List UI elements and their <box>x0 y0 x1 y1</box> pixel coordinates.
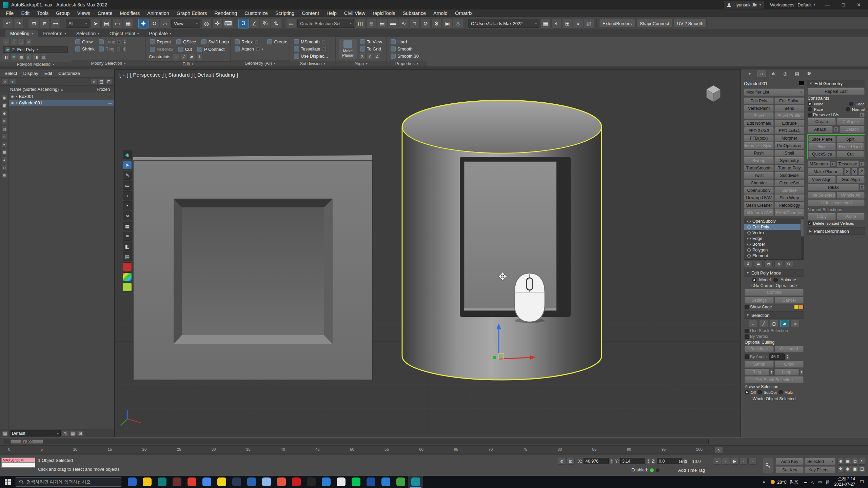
swift-loop-button[interactable]: Swift Loop <box>200 39 230 45</box>
ring-button[interactable]: Ring▲▼ <box>98 46 128 52</box>
ribbon-tab[interactable]: Selection▾ <box>72 30 104 37</box>
ribbon-group-footer[interactable]: Subdivision▾ <box>290 61 335 66</box>
rendered-frame-window-icon[interactable]: ▣ <box>442 19 452 28</box>
modifier-button[interactable]: FFD(box) <box>744 135 774 142</box>
p-connect-button[interactable]: P Connect <box>196 46 225 53</box>
detach-button[interactable]: Detach <box>840 126 865 133</box>
modifier-stack-item[interactable]: Vertex <box>744 230 801 236</box>
modifier-stack-item[interactable]: Polygon <box>744 247 801 253</box>
menu-item[interactable]: Modifiers <box>116 9 144 17</box>
grow-button[interactable]: Grow <box>74 39 96 45</box>
preview-subdiv-icon[interactable]: ◨ <box>33 54 39 60</box>
named-selection-set-field[interactable]: Create Selection Set▾ <box>297 19 354 28</box>
select-and-link-icon[interactable]: ⧉ <box>29 19 39 28</box>
planar-z-button[interactable]: Z <box>859 168 865 175</box>
project-folder-dropdown[interactable]: C:\Users\UI...ds Max 2022▾ <box>468 19 539 28</box>
close-button[interactable]: ✕ <box>852 0 865 9</box>
menu-item[interactable]: Rendering <box>211 9 241 17</box>
playback-button[interactable]: ▶ <box>731 458 739 465</box>
commit-button[interactable]: Commit <box>745 289 804 296</box>
occluded-button[interactable]: Occluded <box>775 346 804 352</box>
ring-selection-button[interactable]: Ring <box>745 369 769 375</box>
menu-item[interactable]: Substance <box>399 9 430 17</box>
quickslice-button[interactable]: QuickSlice <box>808 151 836 158</box>
cage-selected-color-swatch[interactable] <box>799 305 804 309</box>
modifier-stack-item[interactable]: Element <box>744 253 801 259</box>
create-geometry-button[interactable]: Create <box>808 118 836 125</box>
y-coordinate-field[interactable]: 3.14 <box>620 458 645 464</box>
named-selection-sets-icon[interactable]: ≔ <box>286 19 296 28</box>
select-and-scale-icon[interactable]: ▱ <box>160 19 170 28</box>
object-color-swatch[interactable] <box>799 81 804 86</box>
unlink-selection-icon[interactable]: ⧈ <box>40 19 50 28</box>
align-x-button[interactable]: X <box>359 53 366 59</box>
reference-coordinate-dropdown[interactable]: View▾ <box>171 19 200 28</box>
active-layer-dropdown[interactable]: Default▾ <box>10 430 61 436</box>
ribbon-group-footer[interactable]: Align▾ <box>336 61 386 66</box>
motion-tab-icon[interactable]: ◎ <box>781 70 790 77</box>
ribbon-tab[interactable]: Object Paint▾ <box>105 30 144 37</box>
taskbar-clock[interactable]: 오전 2:14 2021-07-27 <box>834 476 855 487</box>
ime-korean-icon[interactable]: 한 <box>824 479 831 485</box>
modifier-button[interactable]: Turn to Poly <box>774 165 804 171</box>
x-coordinate-field[interactable]: 46.976 <box>584 458 609 464</box>
modifier-visibility-icon[interactable] <box>747 220 751 223</box>
menu-item[interactable]: Create <box>94 9 116 17</box>
edit-geometry-header[interactable]: ▼Edit Geometry <box>807 80 865 87</box>
loop-selection-button[interactable]: Loop <box>775 369 799 375</box>
menu-item[interactable]: File <box>2 9 17 17</box>
taskbar-app-button[interactable] <box>155 476 170 488</box>
filter-icon[interactable]: ▼ <box>9 79 16 85</box>
frozen-toggle[interactable]: — <box>108 101 112 105</box>
to-grid-button[interactable]: To Grid <box>359 46 383 52</box>
constraint-normal-icon[interactable]: ⊥ <box>196 54 203 60</box>
zoom-region-icon[interactable]: ↻ <box>859 458 865 465</box>
make-unique-icon[interactable]: ⧉ <box>764 261 773 267</box>
explorer-settings-icon[interactable]: ▤ <box>98 79 105 85</box>
make-planar-geometry-button[interactable]: Make Planar <box>808 168 843 175</box>
explorer-filter-icon[interactable]: ☰ <box>1 172 7 179</box>
explorer-filter-icon[interactable]: ⊙ <box>1 165 7 171</box>
taskbar-app-button[interactable] <box>140 476 155 488</box>
modifier-button[interactable]: Twist <box>744 172 774 179</box>
camera-tool-icon[interactable]: ◧ <box>123 242 132 251</box>
visibility-eye-icon[interactable]: ◉ <box>11 101 14 105</box>
select-and-move-icon[interactable]: ✥ <box>138 19 149 28</box>
layer-grid-icon[interactable]: ▦ <box>70 430 76 436</box>
clear-filter-icon[interactable]: ✕ <box>2 79 8 85</box>
modifier-list-dropdown[interactable]: Modifier List▾ <box>744 88 804 96</box>
modifier-button[interactable]: CreaseSet <box>774 180 804 186</box>
menu-item[interactable]: Civil View <box>340 9 369 17</box>
schematic-view-icon[interactable]: ⌗ <box>410 19 420 28</box>
zoom-icon[interactable]: ⊕ <box>837 458 844 465</box>
ribbon-group-footer[interactable]: Properties▾ <box>387 61 427 66</box>
tessellate-settings[interactable] <box>860 162 865 166</box>
time-slider[interactable]: 0 / 100 <box>0 437 868 445</box>
eye-icon[interactable]: ◉ <box>123 150 132 159</box>
modifier-button[interactable]: Skin Wrap <box>774 195 804 201</box>
menu-item[interactable]: Tools <box>33 9 52 17</box>
align-icon[interactable]: ≣ <box>366 19 376 28</box>
shrink-button[interactable]: Shrink <box>74 46 96 52</box>
key-filters-button[interactable]: Key Filters... <box>805 466 835 473</box>
cloud-tray-icon[interactable]: ☁ <box>802 480 809 484</box>
stack-scrollbar[interactable] <box>801 218 804 259</box>
keyboard-override-icon[interactable]: ⌨ <box>223 19 233 28</box>
mirror-icon[interactable]: ◫ <box>355 19 366 28</box>
element-subobject-icon[interactable]: ⧈ <box>791 320 800 327</box>
explorer-column-headers[interactable]: Name (Sorted Ascending) ▲ Frozen <box>0 86 114 93</box>
network-icon[interactable]: ▭ <box>817 480 824 484</box>
hard-button[interactable]: Hard <box>390 39 420 45</box>
explorer-menu-item[interactable]: Select <box>1 69 20 77</box>
taskbar-app-button[interactable] <box>393 476 408 488</box>
edge-subobject-icon[interactable]: ╱ <box>759 320 768 327</box>
set-key-button[interactable]: Set Key <box>776 466 804 473</box>
set-keys-button[interactable] <box>763 458 773 473</box>
constraint-none-icon[interactable]: ◦ <box>173 54 179 60</box>
lock-selection-icon[interactable]: ⊡ <box>567 458 575 465</box>
remove-modifier-icon[interactable]: ✕ <box>774 261 783 267</box>
expand-all-icon[interactable]: ⊞ <box>105 79 112 85</box>
rectangular-selection-icon[interactable]: ▭ <box>112 19 122 28</box>
copy-selection-button[interactable]: Copy <box>808 213 836 220</box>
explorer-filter-icon[interactable]: ✶ <box>1 118 7 124</box>
